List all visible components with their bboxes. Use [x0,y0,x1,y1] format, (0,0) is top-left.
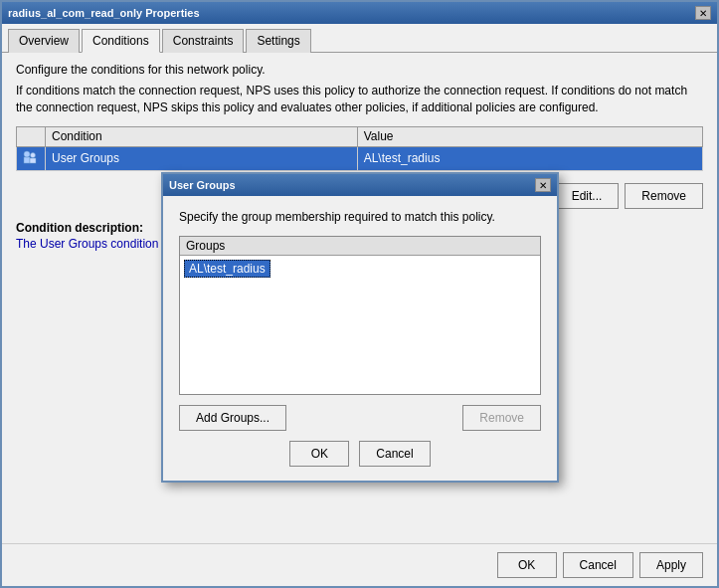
svg-rect-0 [24,157,30,163]
footer-apply-button[interactable]: Apply [639,552,703,578]
tab-conditions[interactable]: Conditions [82,29,160,53]
table-row[interactable]: User Groups AL\test_radius [17,146,703,170]
remove-button[interactable]: Remove [625,183,703,209]
col-header-value: Value [357,126,702,146]
svg-rect-2 [30,158,36,163]
row-icon-cell [17,146,46,170]
dialog-close-button[interactable]: ✕ [535,178,551,192]
row-condition: User Groups [46,146,358,170]
groups-list: AL\test_radius [180,256,540,282]
tabs-row: Overview Conditions Constraints Settings [2,24,717,53]
groups-list-container: Groups AL\test_radius [179,236,541,395]
user-groups-dialog: User Groups ✕ Specify the group membersh… [161,172,559,483]
footer-ok-button[interactable]: OK [497,552,557,578]
dialog-ok-cancel-buttons: OK Cancel [179,441,541,467]
row-value: AL\test_radius [357,146,702,170]
dialog-description: Specify the group membership required to… [179,210,541,224]
window-title: radius_al_com_read_only Properties [8,7,200,19]
conditions-table: Condition Value User Groups AL [16,126,703,171]
title-bar: radius_al_com_read_only Properties ✕ [2,2,717,24]
dialog-action-buttons: Add Groups... Remove [179,405,541,431]
main-window: radius_al_com_read_only Properties ✕ Ove… [0,0,719,588]
tab-settings[interactable]: Settings [246,29,310,53]
conditions-description1: Configure the conditions for this networ… [16,63,703,77]
dialog-ok-button[interactable]: OK [289,441,349,467]
dialog-body: Specify the group membership required to… [163,196,557,481]
svg-point-3 [31,152,36,157]
footer: OK Cancel Apply [2,543,717,586]
dialog-cancel-button[interactable]: Cancel [359,441,430,467]
footer-cancel-button[interactable]: Cancel [563,552,633,578]
conditions-description2: If conditions match the connection reque… [16,83,703,116]
dialog-title-bar: User Groups ✕ [163,174,557,196]
add-groups-button[interactable]: Add Groups... [179,405,286,431]
dialog-remove-button[interactable]: Remove [462,405,541,431]
user-group-icon [23,149,39,165]
svg-point-1 [24,151,30,157]
groups-header: Groups [180,237,540,256]
dialog-title: User Groups [169,179,236,191]
col-header-icon [17,126,46,146]
col-header-condition: Condition [46,126,358,146]
edit-button[interactable]: Edit... [555,183,620,209]
tab-constraints[interactable]: Constraints [162,29,245,53]
tab-overview[interactable]: Overview [8,29,80,53]
group-item[interactable]: AL\test_radius [184,260,270,278]
tab-content: Configure the conditions for this networ… [2,53,717,543]
window-close-button[interactable]: ✕ [695,6,711,20]
